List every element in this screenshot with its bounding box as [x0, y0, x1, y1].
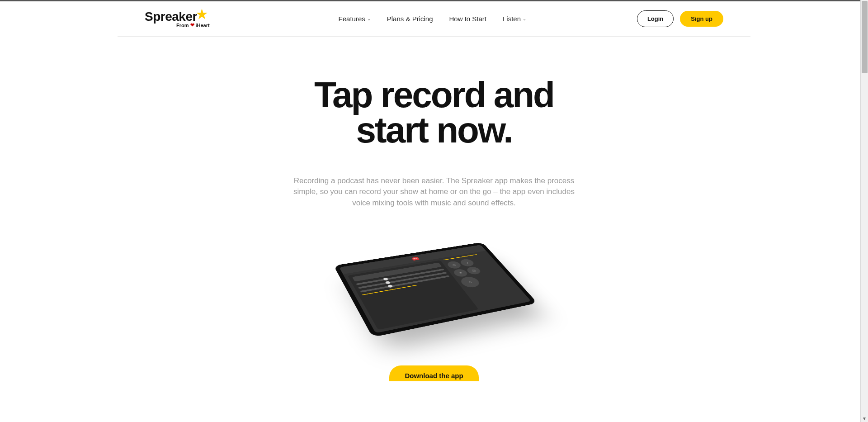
nav-plans-pricing[interactable]: Plans & Pricing	[387, 15, 433, 23]
main-nav: Features ⌄ Plans & Pricing How to Start …	[339, 15, 526, 23]
chevron-down-icon: ⌄	[523, 16, 526, 21]
star-icon: ★	[196, 7, 208, 22]
record-indicator-icon: REC	[411, 257, 420, 261]
site-header: Spreaker ★ From ❤ iHeart Features ⌄ Plan…	[118, 1, 750, 37]
sound-effect-icon: ♪	[458, 258, 476, 267]
nav-how-to-start[interactable]: How to Start	[449, 15, 486, 23]
hero-subtitle: Recording a podcast has never been easie…	[289, 175, 579, 209]
auth-buttons: Login Sign up	[637, 10, 723, 27]
signup-button[interactable]: Sign up	[680, 11, 723, 27]
scrollbar-thumb[interactable]	[862, 1, 868, 73]
chevron-down-icon: ⌄	[367, 16, 371, 21]
nav-features[interactable]: Features ⌄	[339, 15, 371, 23]
hero-section: Tap record and start now. Recording a po…	[0, 37, 868, 384]
hero-title: Tap record and start now.	[0, 77, 868, 148]
sound-effect-icon: ◎	[465, 266, 482, 275]
download-app-button[interactable]: Download the app	[389, 365, 478, 384]
brand-logo[interactable]: Spreaker ★ From ❤ iHeart	[145, 9, 210, 28]
iheart-icon: ❤	[190, 22, 194, 28]
tablet-device: REC ☺ ♪	[334, 242, 538, 337]
vertical-scrollbar[interactable]: ▼	[860, 0, 868, 384]
nav-listen[interactable]: Listen ⌄	[503, 15, 526, 23]
login-button[interactable]: Login	[637, 10, 674, 27]
tablet-screen: REC ☺ ♪	[339, 245, 531, 333]
brand-subline: From ❤ iHeart	[176, 22, 210, 28]
tablet-illustration: REC ☺ ♪	[335, 225, 533, 352]
sound-effect-icon: ♫	[458, 275, 482, 288]
